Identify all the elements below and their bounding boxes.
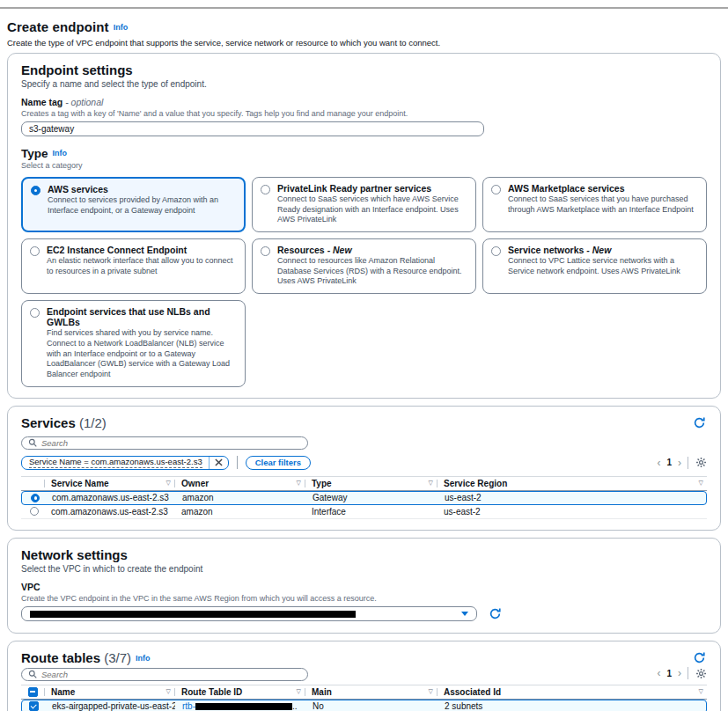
redacted-vpc-value <box>30 611 356 618</box>
route-tables-pagination: ‹ 1 › <box>657 667 707 679</box>
services-table-header: Service Name▽ Owner▽ Type▽ Service Regio… <box>21 476 707 491</box>
sort-icon[interactable]: ▽ <box>699 480 703 487</box>
services-search[interactable] <box>21 436 308 450</box>
remove-filter-button[interactable] <box>210 458 228 466</box>
route-tables-title: Route tables (3/7)Info <box>21 650 151 665</box>
network-settings-title: Network settings <box>21 547 707 562</box>
page-subtitle: Create the type of VPC endpoint that sup… <box>7 38 721 48</box>
column-label: Type <box>312 479 332 488</box>
selection-column-header <box>21 477 44 490</box>
radio-icon[interactable] <box>491 185 501 194</box>
category-title: Endpoint services that use NLBs and GWLB… <box>47 306 210 327</box>
services-title: Services (1/2) <box>21 415 107 430</box>
radio-icon[interactable] <box>261 246 270 256</box>
sort-icon[interactable]: ▽ <box>297 688 301 695</box>
column-service-region[interactable]: Service Region▽ <box>437 477 707 490</box>
category-service-networks[interactable]: Service networks - New Connect to VPC La… <box>482 238 707 294</box>
divider <box>688 667 688 679</box>
region-cell: us-east-2 <box>437 507 707 517</box>
sort-icon[interactable]: ▽ <box>297 480 301 487</box>
column-type[interactable]: Type▽ <box>305 477 437 490</box>
category-ec2-instance-connect[interactable]: EC2 Instance Connect Endpoint An elastic… <box>21 238 246 294</box>
sort-icon[interactable]: ▽ <box>429 688 433 695</box>
category-endpoint-services-nlb-gwlb[interactable]: Endpoint services that use NLBs and GWLB… <box>21 300 246 386</box>
close-icon <box>215 458 223 466</box>
page-number[interactable]: 1 <box>666 669 672 678</box>
page-title: Create endpoint <box>7 19 109 34</box>
clear-filters-button[interactable]: Clear filters <box>246 456 311 470</box>
category-aws-services[interactable]: AWS services Connect to services provide… <box>21 177 246 232</box>
sort-icon[interactable]: ▽ <box>166 688 171 695</box>
name-cell: eks-airgapped-private-us-east-2b <box>45 701 175 711</box>
category-title: PrivateLink Ready partner services <box>277 183 431 194</box>
category-description: Connect to SaaS services which have AWS … <box>277 194 467 225</box>
name-tag-input[interactable] <box>21 121 484 136</box>
services-card: Services (1/2) Service Name = com.amazon… <box>7 406 721 531</box>
subnets-link[interactable]: 2 subnets <box>445 701 482 711</box>
column-service-name[interactable]: Service Name▽ <box>44 477 174 490</box>
service-row-gateway[interactable]: com.amazonaws.us-east-2.s3 amazon Gatewa… <box>21 491 707 505</box>
route-table-row[interactable]: eks-airgapped-private-us-east-2b rtb-.. … <box>21 700 707 711</box>
service-name-cell: com.amazonaws.us-east-2.s3 <box>45 493 175 502</box>
radio-icon[interactable] <box>30 308 40 318</box>
category-title: AWS Marketplace services <box>508 183 625 194</box>
previous-page-icon[interactable]: ‹ <box>657 458 660 468</box>
category-aws-marketplace[interactable]: AWS Marketplace services Connect to SaaS… <box>482 177 707 232</box>
next-page-icon[interactable]: › <box>678 668 681 678</box>
column-label: Route Table ID <box>181 687 242 697</box>
category-description: Connect to resources like Amazon Relatio… <box>277 256 467 287</box>
network-settings-card: Network settings Select the VPC in which… <box>7 538 721 634</box>
services-preferences-button[interactable] <box>695 457 707 469</box>
column-label: Main <box>312 687 332 697</box>
radio-icon[interactable] <box>30 246 40 256</box>
select-all-checkbox-indeterminate[interactable] <box>28 687 38 697</box>
category-title: Service networks <box>508 245 584 255</box>
divider <box>237 456 238 469</box>
route-tables-card: Route tables (3/7)Info ‹ 1 <box>7 641 721 711</box>
vpc-refresh-button[interactable] <box>487 606 503 622</box>
route-tables-search-input[interactable] <box>41 670 301 679</box>
create-endpoint-page: Create endpointInfo Create the type of V… <box>0 9 728 711</box>
services-title-text: Services <box>21 415 76 430</box>
route-tables-title-text: Route tables <box>21 650 100 665</box>
previous-page-icon[interactable]: ‹ <box>657 668 660 678</box>
vpc-select[interactable] <box>21 606 477 621</box>
redacted-text <box>195 703 292 710</box>
radio-icon[interactable] <box>261 185 270 194</box>
column-label: Owner <box>181 479 209 488</box>
services-search-input[interactable] <box>41 438 301 448</box>
row-radio[interactable] <box>30 507 39 516</box>
service-row-interface[interactable]: com.amazonaws.us-east-2.s3 amazon Interf… <box>21 505 707 519</box>
radio-icon[interactable] <box>491 246 501 256</box>
sort-icon[interactable]: ▽ <box>429 480 433 487</box>
category-new-badge: - New <box>586 245 611 255</box>
network-settings-subtitle: Select the VPC in which to create the en… <box>21 564 707 574</box>
sort-icon[interactable]: ▽ <box>166 480 171 487</box>
top-divider <box>0 0 728 9</box>
page-number[interactable]: 1 <box>666 458 672 467</box>
column-main[interactable]: Main▽ <box>305 685 437 699</box>
category-title: Resources <box>277 245 325 255</box>
column-route-table-id[interactable]: Route Table ID▽ <box>174 685 305 699</box>
column-name[interactable]: Name▽ <box>44 685 174 699</box>
row-checkbox-checked[interactable] <box>29 701 39 711</box>
route-tables-refresh-button[interactable] <box>691 650 707 666</box>
category-privatelink-partner[interactable]: PrivateLink Ready partner services Conne… <box>252 177 476 232</box>
sort-icon[interactable]: ▽ <box>699 688 703 695</box>
route-tables-preferences-button[interactable] <box>695 667 707 679</box>
next-page-icon[interactable]: › <box>678 458 681 468</box>
services-counter: (1/2) <box>79 415 107 430</box>
column-associated-id[interactable]: Associated Id▽ <box>437 685 707 699</box>
route-tables-info-link[interactable]: Info <box>136 654 151 663</box>
type-info-link[interactable]: Info <box>53 149 68 158</box>
radio-selected-icon[interactable] <box>31 186 40 195</box>
service-name-cell: com.amazonaws.us-east-2.s3 <box>44 507 174 517</box>
route-table-id-cell[interactable]: rtb-.. <box>175 701 305 711</box>
row-radio-selected[interactable] <box>31 494 40 502</box>
category-resources[interactable]: Resources - New Connect to resources lik… <box>252 238 476 294</box>
main-cell: No <box>305 701 438 711</box>
column-owner[interactable]: Owner▽ <box>174 477 305 490</box>
services-refresh-button[interactable] <box>691 415 707 431</box>
route-tables-search[interactable] <box>21 668 308 681</box>
page-info-link[interactable]: Info <box>114 23 129 32</box>
